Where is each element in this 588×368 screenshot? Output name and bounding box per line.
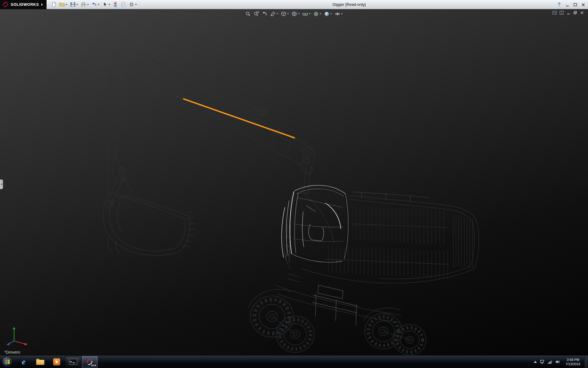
new-document-button[interactable] [50,1,57,8]
apply-scene-dropdown-arrow-icon[interactable] [330,13,332,14]
taskbar-item-media-player[interactable] [48,356,65,368]
restore-document-icon [573,10,578,15]
select-cursor-icon [102,2,108,7]
engine-deck-hatching [325,206,473,279]
restore-document-button[interactable] [573,10,578,15]
safely-remove-button[interactable] [540,359,545,364]
zoom-to-fit-button[interactable] [244,10,252,17]
open-dropdown-arrow-icon[interactable] [66,4,67,5]
start-button[interactable] [2,357,13,367]
window-controls [556,0,586,9]
brand-menu-arrow-icon[interactable] [41,3,43,6]
zoom-to-area-button[interactable] [253,10,260,17]
edit-appearance-ball-icon [313,11,319,17]
wireframe-structure [103,55,479,340]
undo-button[interactable] [91,1,100,8]
graphics-viewport[interactable]: *Dimetric [0,9,588,355]
open-folder-icon [59,2,65,7]
brand-text: SOLIDWORKS [11,2,39,7]
help-icon [556,2,562,7]
section-view-button[interactable] [269,10,279,17]
close-icon [581,2,586,7]
window-title: Digger [Read-only] [315,0,383,9]
hide-show-items-button[interactable] [301,10,312,17]
network-button[interactable] [547,359,552,364]
chassis-frame-highlight [312,285,358,325]
section-view-icon [270,11,276,17]
selected-edge-highlight[interactable] [183,99,295,138]
document-window-controls [552,10,584,15]
save-button[interactable] [69,1,79,8]
internet-explorer-icon: e [22,358,25,366]
edit-appearance-dropdown-arrow-icon[interactable] [320,13,322,14]
taskbar-item-solidworks[interactable]: 2015 [81,356,98,368]
splitter-arrow-icon [1,183,2,185]
minimize-document-button[interactable] [566,10,571,15]
select-button[interactable] [101,1,111,8]
minimize-window-button[interactable] [565,2,570,7]
taskbar: e 2015 [0,355,588,368]
taskbar-item-file-explorer[interactable] [32,356,48,368]
file-properties-button[interactable] [120,1,127,8]
safely-remove-icon [540,359,545,364]
solidworks-menu[interactable]: SOLIDWORKS [0,0,47,9]
file-properties-icon [120,2,126,7]
show-desktop-button[interactable] [584,355,588,368]
undo-dropdown-arrow-icon[interactable] [98,4,100,5]
save-icon [70,2,76,7]
open-button[interactable] [58,1,68,8]
maximize-window-button[interactable] [573,2,578,7]
options-dropdown-arrow-icon[interactable] [135,4,137,5]
show-hidden-icons-button[interactable] [534,361,537,363]
display-style-dropdown-arrow-icon[interactable] [298,13,300,14]
split-vertical-button[interactable] [559,10,564,15]
print-button[interactable] [80,1,89,8]
digger-wireframe-model[interactable] [0,9,588,355]
view-orientation-button[interactable] [280,10,290,17]
taskbar-item-internet-explorer[interactable]: e [15,356,32,368]
view-settings-eye-icon [335,11,341,17]
clock-time: 3:58 PM [567,358,579,362]
taskbar-clock[interactable]: 3:58 PM 7/13/2015 [563,358,583,366]
new-document-icon [51,2,57,7]
view-settings-dropdown-arrow-icon[interactable] [341,13,343,14]
command-prompt-icon [69,359,77,365]
system-tray [534,359,560,364]
print-dropdown-arrow-icon[interactable] [87,4,89,5]
options-gear-icon [129,2,134,7]
save-dropdown-arrow-icon[interactable] [76,4,78,5]
apply-scene-ball-icon [324,11,330,17]
minimize-icon [565,2,570,7]
split-vertical-icon [559,10,564,15]
previous-view-icon [262,11,268,17]
close-document-button[interactable] [580,10,584,15]
apply-scene-button[interactable] [323,10,333,17]
standard-toolbar [50,1,138,8]
edit-appearance-button[interactable] [312,10,322,17]
split-horizontal-icon [552,10,557,15]
solidworks-logo-icon [2,1,9,8]
zoom-to-fit-icon [245,11,251,17]
volume-button[interactable] [555,359,560,364]
undo-icon [91,2,97,7]
options-button[interactable] [128,1,138,8]
select-dropdown-arrow-icon[interactable] [108,4,110,5]
display-style-button[interactable] [291,10,301,17]
view-settings-button[interactable] [334,10,344,17]
rebuild-button[interactable] [112,1,119,8]
section-view-dropdown-arrow-icon[interactable] [277,13,278,14]
previous-view-button[interactable] [261,10,269,17]
file-explorer-icon [36,359,44,365]
close-window-button[interactable] [581,2,586,7]
hide-show-dropdown-arrow-icon[interactable] [309,13,311,14]
taskbar-item-command-prompt[interactable] [65,356,81,368]
volume-icon [555,359,560,364]
split-horizontal-button[interactable] [552,10,557,15]
title-bar: SOLIDWORKS [0,0,588,9]
featuremanager-splitter-tab[interactable] [0,179,3,189]
view-orientation-dropdown-arrow-icon[interactable] [287,13,289,14]
zoom-to-area-icon [254,11,259,17]
print-icon [81,2,86,7]
show-hidden-icons-icon [534,361,537,363]
help-button[interactable] [556,2,562,7]
